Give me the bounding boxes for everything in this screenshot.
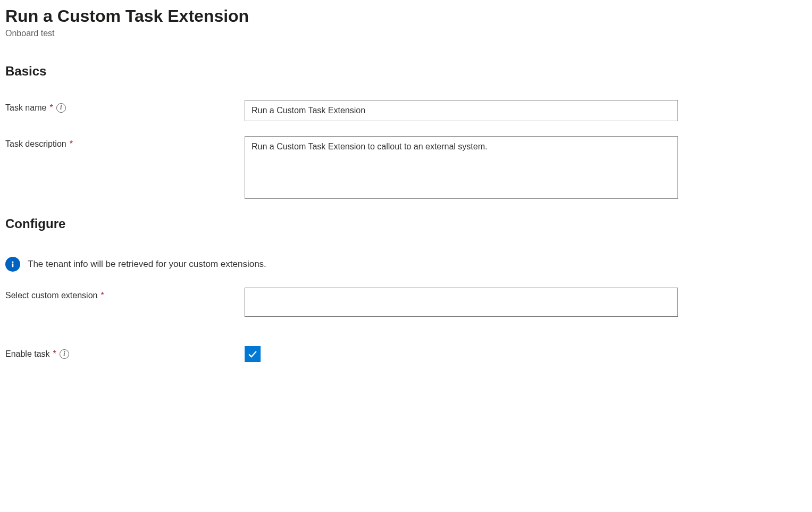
task-description-input[interactable] (245, 136, 678, 199)
select-extension-label: Select custom extension * (5, 288, 245, 300)
section-configure-title: Configure (5, 216, 807, 231)
task-name-input[interactable] (245, 100, 678, 121)
task-description-label-text: Task description (5, 139, 66, 149)
tenant-notice: The tenant info will be retrieved for yo… (5, 257, 807, 272)
info-icon[interactable] (56, 103, 66, 113)
task-description-label: Task description * (5, 136, 245, 149)
info-icon[interactable] (60, 349, 69, 359)
section-basics-title: Basics (5, 64, 807, 79)
enable-task-checkbox[interactable] (245, 346, 261, 362)
task-name-label: Task name * (5, 100, 245, 113)
select-extension-row: Select custom extension * (5, 288, 807, 317)
required-asterisk: * (53, 349, 56, 359)
svg-rect-1 (12, 263, 14, 267)
required-asterisk: * (49, 103, 53, 113)
required-asterisk: * (70, 139, 73, 149)
tenant-notice-text: The tenant info will be retrieved for yo… (28, 259, 266, 270)
info-filled-icon (5, 257, 20, 272)
checkmark-icon (247, 348, 258, 360)
select-extension-input[interactable] (245, 288, 678, 317)
page-subtitle: Onboard test (5, 29, 807, 38)
select-extension-label-text: Select custom extension (5, 291, 97, 300)
enable-task-row: Enable task * (5, 346, 807, 362)
page-title: Run a Custom Task Extension (5, 5, 807, 28)
task-name-row: Task name * (5, 100, 807, 121)
svg-point-0 (12, 261, 13, 263)
task-name-label-text: Task name (5, 103, 46, 113)
task-description-row: Task description * (5, 136, 807, 200)
required-asterisk: * (101, 291, 104, 300)
enable-task-label: Enable task * (5, 346, 245, 359)
enable-task-label-text: Enable task (5, 349, 50, 359)
